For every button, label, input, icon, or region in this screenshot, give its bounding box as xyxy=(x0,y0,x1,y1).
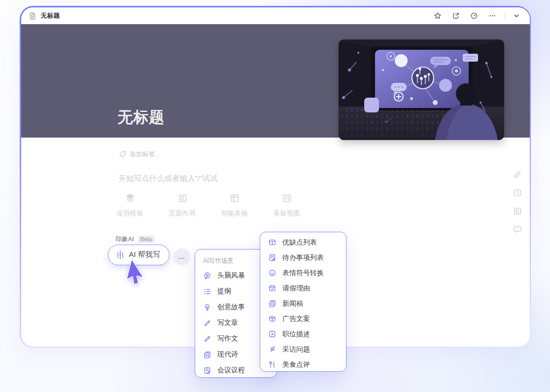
idea-bulb-icon xyxy=(203,303,211,312)
menu-item-interview-questions[interactable]: 采访问题 xyxy=(260,342,346,357)
pen-icon xyxy=(203,335,211,343)
comment-icon[interactable] xyxy=(513,224,522,234)
outline-list-icon xyxy=(203,287,211,296)
ai-scenes-submenu: 优缺点列表 待办事项列表 表情符号转换 xyxy=(260,232,346,372)
menu-item-label: 优缺点列表 xyxy=(282,238,317,247)
menu-item-label: 广告文案 xyxy=(282,315,310,323)
window-title: 无标题 xyxy=(41,11,60,20)
brainstorm-bubble-icon xyxy=(203,272,211,280)
ai-write-button[interactable]: AI 帮我写 xyxy=(108,245,170,265)
titlebar: 无标题 xyxy=(21,7,530,24)
todo-doc-icon xyxy=(268,253,276,262)
pen-icon xyxy=(203,319,211,327)
add-tag-button[interactable]: 添加标签 xyxy=(119,150,155,159)
package-box-icon xyxy=(268,315,276,323)
template-button-kanban[interactable]: 看板视图 xyxy=(271,193,303,218)
screen: 无标题 xyxy=(0,0,550,392)
menu-item-label: 写文章 xyxy=(217,319,238,327)
light-square xyxy=(364,98,379,112)
chevron-down-icon[interactable] xyxy=(512,11,521,20)
menu-item-label: 表情符号转换 xyxy=(282,269,324,278)
kanban-icon xyxy=(281,193,292,204)
layout-blocks-icon[interactable] xyxy=(513,206,522,216)
layout-blocks-icon xyxy=(177,193,188,204)
menu-item-label: 提纲 xyxy=(217,287,231,296)
menu-item-pros-cons[interactable]: 优缺点列表 xyxy=(260,235,346,250)
note-title[interactable]: 无标题 xyxy=(118,107,165,128)
menu-item-ad-copy[interactable]: 广告文案 xyxy=(260,311,346,326)
menu-item-food-review[interactable]: 美食点评 xyxy=(260,357,346,372)
link-icon[interactable] xyxy=(513,170,522,179)
template-button-apply[interactable]: 应用模板 xyxy=(114,193,146,218)
agenda-doc-icon xyxy=(203,366,211,375)
beta-badge: Beta xyxy=(138,236,154,243)
ai-room-illustration: 1 0 1 0 1 0 1 0 1 0 1 0 1 0 1 0 1 0 1 0 … xyxy=(339,39,504,140)
neural-network-icon xyxy=(412,67,434,89)
star-icon[interactable] xyxy=(433,11,442,20)
right-tool-column xyxy=(513,170,522,234)
job-doc-icon: A xyxy=(268,330,276,338)
svg-text:A: A xyxy=(271,332,274,336)
add-tag-label: 添加标签 xyxy=(130,150,155,159)
menu-item-label: 头脑风暴 xyxy=(217,271,245,280)
template-button-layout[interactable]: 页面布局 xyxy=(167,193,198,218)
more-icon[interactable] xyxy=(488,11,497,20)
ai-sparkle-icon xyxy=(115,250,125,260)
layers-icon xyxy=(125,193,136,204)
menu-item-label: 采访问题 xyxy=(282,345,310,354)
emoji-smile-icon xyxy=(268,269,276,277)
template-button-table[interactable]: 智能表格 xyxy=(219,193,250,218)
smart-table-icon xyxy=(229,193,240,204)
menu-item-label: 请假理由 xyxy=(282,284,310,293)
outline-card-icon[interactable] xyxy=(513,188,522,198)
template-label: 页面布局 xyxy=(169,209,196,218)
ai-write-label: AI 帮我写 xyxy=(129,250,160,259)
poem-pages-icon xyxy=(203,351,211,359)
menu-item-job-description[interactable]: A 职位描述 xyxy=(260,326,346,342)
menu-item-label: 待办事项列表 xyxy=(282,253,324,262)
yinxiang-ai-label: 印象AI Beta xyxy=(113,235,157,244)
menu-item-label: 现代诗 xyxy=(217,350,238,359)
microphone-icon xyxy=(268,345,276,354)
pros-cons-table-icon xyxy=(268,238,276,247)
share-icon[interactable] xyxy=(451,11,460,20)
template-label: 看板视图 xyxy=(274,209,300,218)
titlebar-divider xyxy=(505,12,505,20)
template-label: 应用模板 xyxy=(117,209,143,218)
menu-item-label: 会议议程 xyxy=(217,366,245,375)
template-label: 智能表格 xyxy=(221,209,248,218)
calendar-check-icon xyxy=(268,284,276,292)
menu-item-press-release[interactable]: 新闻稿 xyxy=(260,296,346,311)
document-icon xyxy=(28,11,37,20)
ai-more-button[interactable]: … xyxy=(174,249,190,264)
menu-item-label: 写作文 xyxy=(217,334,238,343)
utensils-icon xyxy=(268,360,276,369)
menu-item-label: 创意故事 xyxy=(217,303,245,312)
menu-item-leave-excuse[interactable]: 请假理由 xyxy=(260,281,346,296)
tag-icon xyxy=(119,150,127,158)
brand-label: 印象AI xyxy=(116,235,135,244)
header-illustration: 1 0 1 0 1 0 1 0 1 0 1 0 1 0 1 0 1 0 1 0 … xyxy=(339,39,504,140)
press-pages-icon xyxy=(268,299,276,308)
template-row: 应用模板 页面布局 智能表格 xyxy=(114,193,303,218)
menu-item-label: 职位描述 xyxy=(282,330,310,339)
menu-list: 优缺点列表 待办事项列表 表情符号转换 xyxy=(260,235,346,372)
menu-item-label: 美食点评 xyxy=(282,360,310,369)
editor-placeholder[interactable]: 开始写点什么或者输入"/"试试 xyxy=(119,174,218,184)
menu-item-label: 新闻稿 xyxy=(282,299,303,308)
menu-item-todo-list[interactable]: 待办事项列表 xyxy=(260,250,346,265)
menu-item-emoji-convert[interactable]: 表情符号转换 xyxy=(260,265,346,281)
history-icon[interactable] xyxy=(470,11,479,20)
